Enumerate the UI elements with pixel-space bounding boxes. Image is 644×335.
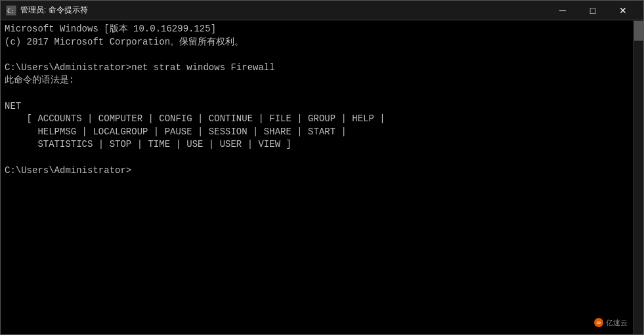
terminal-line: STATISTICS | STOP | TIME | USE | USER | … — [5, 138, 639, 151]
terminal-output: Microsoft Windows [版本 10.0.16299.125](c)… — [5, 23, 639, 177]
window-title: 管理员: 命令提示符 — [20, 5, 88, 16]
title-bar-left: C: 管理员: 命令提示符 — [6, 5, 88, 16]
terminal-line — [5, 151, 639, 165]
watermark-icon: ∞ — [594, 318, 603, 327]
terminal-line: HELPMSG | LOCALGROUP | PAUSE | SESSION |… — [5, 126, 639, 139]
svg-text:C:: C: — [7, 8, 14, 14]
terminal-line — [5, 87, 639, 100]
terminal-line: (c) 2017 Microsoft Corporation。保留所有权利。 — [5, 36, 639, 49]
minimize-button[interactable]: ─ — [547, 1, 578, 20]
close-button[interactable]: ✕ — [608, 1, 638, 20]
terminal-body[interactable]: Microsoft Windows [版本 10.0.16299.125](c)… — [1, 20, 643, 334]
terminal-line: C:\Users\Administrator> — [5, 165, 639, 178]
watermark: ∞ 亿速云 — [591, 317, 630, 329]
cmd-window: C: 管理员: 命令提示符 ─ □ ✕ Microsoft Windows [版… — [0, 0, 644, 335]
maximize-button[interactable]: □ — [578, 1, 608, 20]
terminal-line: 此命令的语法是: — [5, 74, 639, 87]
cmd-icon: C: — [6, 5, 16, 16]
title-bar: C: 管理员: 命令提示符 ─ □ ✕ — [1, 1, 643, 20]
terminal-line: NET — [5, 100, 639, 113]
scrollbar[interactable] — [633, 20, 643, 334]
terminal-line: C:\Users\Administrator>net strat windows… — [5, 62, 639, 75]
window-controls: ─ □ ✕ — [547, 1, 638, 20]
terminal-line: [ ACCOUNTS | COMPUTER | CONFIG | CONTINU… — [5, 113, 639, 126]
terminal-line: Microsoft Windows [版本 10.0.16299.125] — [5, 23, 639, 36]
scrollbar-thumb[interactable] — [634, 21, 643, 41]
terminal-line — [5, 49, 639, 62]
watermark-text: 亿速云 — [606, 318, 628, 328]
